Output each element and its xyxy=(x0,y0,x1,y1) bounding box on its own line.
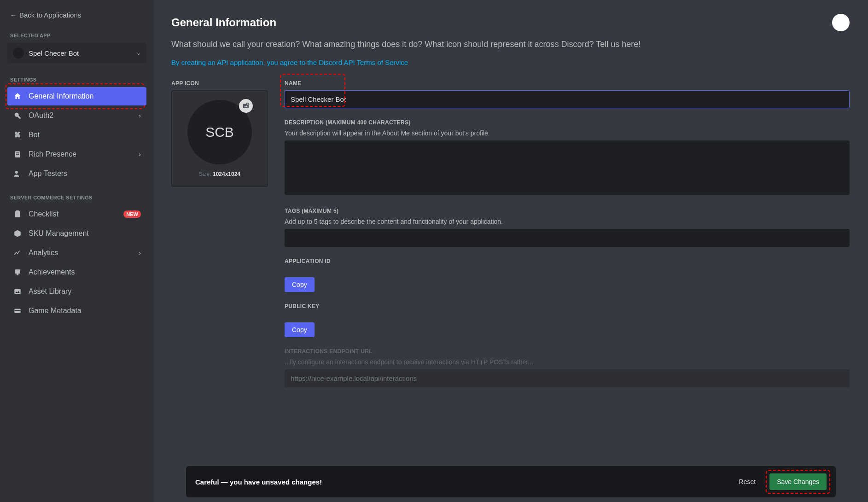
nav-label: OAuth2 xyxy=(29,111,53,120)
tags-label: TAGS (MAXIMUM 5) xyxy=(285,208,850,214)
home-icon xyxy=(13,92,22,101)
nav-label: App Testers xyxy=(29,169,67,178)
reset-button[interactable]: Reset xyxy=(734,474,762,489)
svg-rect-8 xyxy=(14,289,21,294)
puzzle-icon xyxy=(13,130,22,140)
svg-rect-4 xyxy=(15,211,20,217)
nav-label: Game Metadata xyxy=(29,307,82,315)
svg-rect-1 xyxy=(16,152,19,153)
app-icon-label: APP ICON xyxy=(171,80,268,87)
unsaved-changes-toast: Careful — you have unsaved changes! Rese… xyxy=(186,466,836,497)
chevron-down-icon: ⌄ xyxy=(136,50,141,56)
name-label: NAME xyxy=(285,80,850,87)
tags-helper: Add up to 5 tags to describe the content… xyxy=(285,218,850,225)
arrow-left-icon: ← xyxy=(10,12,17,19)
app-avatar-icon xyxy=(13,47,24,58)
box-icon xyxy=(13,229,22,238)
application-id-label: APPLICATION ID xyxy=(285,258,850,264)
back-label: Back to Applications xyxy=(19,11,81,19)
nav-checklist[interactable]: Checklist NEW xyxy=(7,205,146,223)
commerce-nav: Checklist NEW SKU Management Analytics ›… xyxy=(7,205,146,320)
new-badge: NEW xyxy=(123,210,141,218)
clipboard-icon xyxy=(13,210,22,219)
app-icon-uploader[interactable]: SCB Size: 1024x1024 xyxy=(171,90,268,187)
chart-icon xyxy=(13,248,22,257)
nav-label: Asset Library xyxy=(29,287,71,296)
nav-oauth2[interactable]: OAuth2 › xyxy=(7,106,146,125)
nav-sku-management[interactable]: SKU Management xyxy=(7,224,146,243)
chevron-right-icon: › xyxy=(139,151,141,158)
svg-point-3 xyxy=(15,171,18,174)
tags-input[interactable] xyxy=(285,229,850,247)
svg-rect-6 xyxy=(15,269,20,274)
nav-app-testers[interactable]: App Testers xyxy=(7,164,146,183)
people-icon xyxy=(13,169,22,178)
description-input[interactable] xyxy=(285,140,850,195)
document-icon xyxy=(13,150,22,159)
endpoint-helper: ...lly configure an interactions endpoin… xyxy=(285,358,850,366)
app-icon-size: Size: 1024x1024 xyxy=(199,171,240,177)
nav-bot[interactable]: Bot xyxy=(7,126,146,144)
nav-general-information[interactable]: General Information xyxy=(7,87,146,105)
nav-label: Bot xyxy=(29,131,40,139)
sidebar: ← Back to Applications SELECTED APP Spel… xyxy=(0,0,154,502)
nav-game-metadata[interactable]: Game Metadata xyxy=(7,302,146,320)
settings-nav: General Information OAuth2 › Bot Rich Pr… xyxy=(7,87,146,183)
chevron-right-icon: › xyxy=(139,112,141,119)
nav-label: Checklist xyxy=(29,210,58,218)
chevron-right-icon: › xyxy=(139,249,141,257)
commerce-section-label: SERVER COMMERCE SETTINGS xyxy=(10,195,146,200)
save-changes-button[interactable]: Save Changes xyxy=(769,473,827,490)
svg-rect-10 xyxy=(14,310,21,311)
nav-rich-presence[interactable]: Rich Presence › xyxy=(7,145,146,163)
nav-label: General Information xyxy=(29,92,93,100)
settings-section-label: SETTINGS xyxy=(10,77,146,82)
trophy-icon xyxy=(13,268,22,277)
app-icon-preview: SCB xyxy=(187,100,252,164)
nav-asset-library[interactable]: Asset Library xyxy=(7,282,146,301)
nav-achievements[interactable]: Achievements xyxy=(7,263,146,281)
endpoint-label: INTERACTIONS ENDPOINT URL xyxy=(285,348,850,355)
nav-label: SKU Management xyxy=(29,229,89,238)
description-helper: Your description will appear in the Abou… xyxy=(285,129,850,137)
user-avatar[interactable] xyxy=(832,14,850,31)
nav-label: Achievements xyxy=(29,268,75,276)
card-icon xyxy=(13,306,22,315)
back-to-applications-link[interactable]: ← Back to Applications xyxy=(7,9,146,21)
app-icon-initials: SCB xyxy=(205,124,234,140)
main-content: General Information What should we call … xyxy=(154,0,868,502)
svg-rect-2 xyxy=(16,154,19,155)
endpoint-input[interactable] xyxy=(285,369,850,387)
app-selector[interactable]: Spel Checer Bot ⌄ xyxy=(7,43,146,63)
public-key-label: PUBLIC KEY xyxy=(285,303,850,309)
image-icon xyxy=(13,287,22,296)
wrench-icon xyxy=(13,111,22,120)
nav-label: Rich Presence xyxy=(29,150,76,158)
upload-icon[interactable] xyxy=(239,99,253,113)
tos-link[interactable]: By creating an API application, you agre… xyxy=(171,58,408,66)
nav-label: Analytics xyxy=(29,249,58,257)
description-label: DESCRIPTION (MAXIMUM 400 CHARACTERS) xyxy=(285,119,850,126)
name-input[interactable] xyxy=(285,90,850,108)
page-subtitle: What should we call your creation? What … xyxy=(171,40,850,49)
selected-app-section-label: SELECTED APP xyxy=(10,33,146,38)
nav-analytics[interactable]: Analytics › xyxy=(7,244,146,262)
toast-message: Careful — you have unsaved changes! xyxy=(195,478,725,486)
svg-rect-5 xyxy=(16,210,19,212)
page-title: General Information xyxy=(171,16,276,29)
copy-public-key-button[interactable]: Copy xyxy=(285,322,315,337)
copy-application-id-button[interactable]: Copy xyxy=(285,277,315,292)
app-selector-name: Spel Checer Bot xyxy=(29,49,132,57)
svg-point-7 xyxy=(17,273,19,275)
